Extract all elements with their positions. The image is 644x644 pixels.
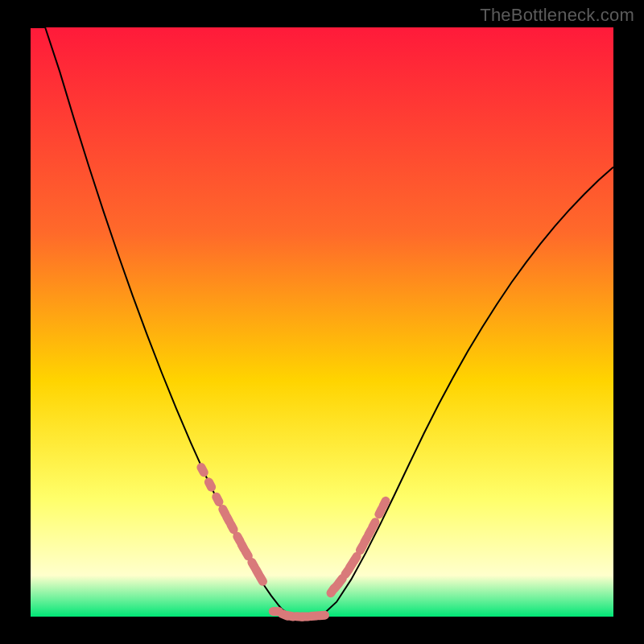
data-marker	[315, 610, 330, 620]
bottleneck-chart	[0, 0, 644, 644]
plot-area	[31, 27, 613, 617]
chart-container: TheBottleneck.com	[0, 0, 644, 644]
